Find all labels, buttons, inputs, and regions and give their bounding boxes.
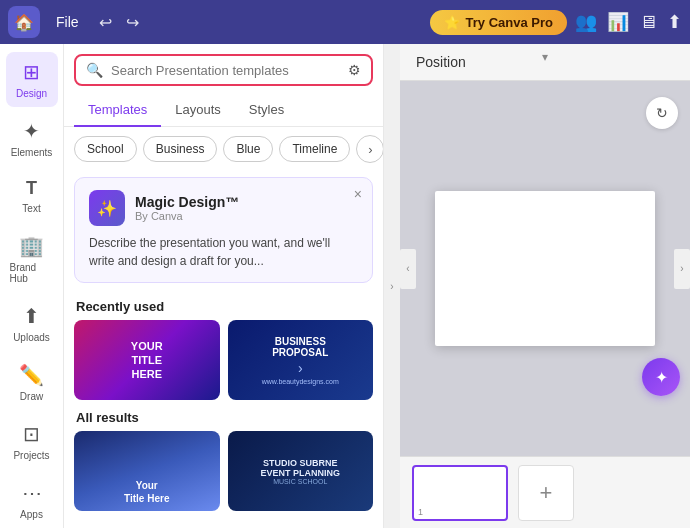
chip-business[interactable]: Business	[143, 136, 218, 162]
content-area: Position ‹ › ↻ ✦ ▾ 1 +	[400, 44, 690, 528]
canvas-nav-left[interactable]: ‹	[400, 249, 416, 289]
template-all-2[interactable]: STUDIO SUBRNEEVENT PLANNING MUSIC SCHOOL	[228, 431, 374, 511]
panel-collapse-arrow[interactable]: ›	[384, 44, 400, 528]
brand-icon: 🏢	[19, 234, 44, 258]
elements-icon: ✦	[23, 119, 40, 143]
tab-templates[interactable]: Templates	[74, 94, 161, 127]
monitor-icon[interactable]: 🖥	[639, 12, 657, 33]
uploads-icon: ⬆	[23, 304, 40, 328]
tab-layouts[interactable]: Layouts	[161, 94, 235, 127]
magic-card-by: By Canva	[135, 210, 239, 222]
apps-icon: ⋯	[22, 481, 42, 505]
chip-school[interactable]: School	[74, 136, 137, 162]
sidebar-item-elements[interactable]: ✦ Elements	[6, 111, 58, 166]
topbar-right-icons: 👥 📊 🖥 ⬆	[575, 11, 682, 33]
template-your-title-here[interactable]: YOURtITLeHERE	[74, 320, 220, 400]
sidebar-left: ⊞ Design ✦ Elements T Text 🏢 Brand Hub ⬆…	[0, 44, 64, 528]
canvas-nav-right[interactable]: ›	[674, 249, 690, 289]
sidebar-item-design[interactable]: ⊞ Design	[6, 52, 58, 107]
filmstrip-down-arrow[interactable]: ▾	[542, 50, 548, 64]
sidebar-item-draw[interactable]: ✏️ Draw	[6, 355, 58, 410]
canvas-slide[interactable]	[435, 191, 655, 346]
share-icon[interactable]: ⬆	[667, 11, 682, 33]
sidebar-item-uploads[interactable]: ⬆ Uploads	[6, 296, 58, 351]
sidebar-item-brand[interactable]: 🏢 Brand Hub	[6, 226, 58, 292]
sidebar-label-projects: Projects	[13, 450, 49, 461]
panel-scroll: Recently used YOURtITLeHERE BUSINESSPROP…	[64, 289, 383, 528]
template-business-proposal[interactable]: BUSINESSPROPOSAL › www.beautydesigns.com	[228, 320, 374, 400]
redo-button[interactable]: ↪	[122, 9, 143, 36]
all-results-heading: All results	[64, 400, 383, 431]
magic-card-titles: Magic Design™ By Canva	[135, 194, 239, 222]
chip-blue[interactable]: Blue	[223, 136, 273, 162]
sidebar-item-apps[interactable]: ⋯ Apps	[6, 473, 58, 528]
all-results-grid: YourTitle Here STUDIO SUBRNEEVENT PLANNI…	[64, 431, 383, 511]
refresh-button[interactable]: ↻	[646, 97, 678, 129]
magic-card-header: ✨ Magic Design™ By Canva	[89, 190, 358, 226]
sidebar-item-projects[interactable]: ⊡ Projects	[6, 414, 58, 469]
undo-redo-actions: ↩ ↪	[95, 9, 143, 36]
sidebar-label-elements: Elements	[11, 147, 53, 158]
magic-action-button[interactable]: ✦	[642, 358, 680, 396]
topbar: 🏠 File ↩ ↪ ⭐ Try Canva Pro 👥 📊 🖥 ⬆	[0, 0, 690, 44]
draw-icon: ✏️	[19, 363, 44, 387]
star-icon: ⭐	[444, 15, 460, 30]
try-pro-label: Try Canva Pro	[466, 15, 553, 30]
sidebar-label-design: Design	[16, 88, 47, 99]
panel-tabs: Templates Layouts Styles	[64, 94, 383, 127]
recently-used-grid: YOURtITLeHERE BUSINESSPROPOSAL › www.bea…	[64, 320, 383, 400]
magic-card-title: Magic Design™	[135, 194, 239, 210]
thumb-2-arrow: ›	[298, 360, 303, 376]
position-label: Position	[416, 54, 466, 70]
sidebar-label-text: Text	[22, 203, 40, 214]
chart-icon[interactable]: 📊	[607, 11, 629, 33]
thumb-2-sub-text: www.beautydesigns.com	[262, 378, 339, 385]
canvas-area: ‹ › ↻ ✦	[400, 81, 690, 456]
chip-timeline[interactable]: Timeline	[279, 136, 350, 162]
sidebar-label-apps: Apps	[20, 509, 43, 520]
projects-icon: ⊡	[23, 422, 40, 446]
sidebar-label-draw: Draw	[20, 391, 43, 402]
thumb-1-text: YOURtITLeHERE	[127, 335, 167, 386]
search-bar[interactable]: 🔍 ⚙	[74, 54, 373, 86]
undo-button[interactable]: ↩	[95, 9, 116, 36]
thumb-3-text: YourTitle Here	[124, 479, 169, 505]
thumb-4-title: STUDIO SUBRNEEVENT PLANNING	[260, 458, 340, 478]
template-all-1[interactable]: YourTitle Here	[74, 431, 220, 511]
people-icon[interactable]: 👥	[575, 11, 597, 33]
text-icon: T	[26, 178, 37, 199]
magic-card-close-button[interactable]: ×	[354, 186, 362, 202]
thumb-2-main-text: BUSINESSPROPOSAL	[272, 336, 328, 358]
sidebar-item-text[interactable]: T Text	[6, 170, 58, 222]
filmstrip-page-1[interactable]: 1	[412, 465, 508, 521]
page-number: 1	[418, 507, 423, 517]
thumb-4-sub: MUSIC SCHOOL	[273, 478, 327, 485]
recently-used-heading: Recently used	[64, 289, 383, 320]
templates-panel: 🔍 ⚙ Templates Layouts Styles School Busi…	[64, 44, 384, 528]
main-area: ⊞ Design ✦ Elements T Text 🏢 Brand Hub ⬆…	[0, 44, 690, 528]
home-button[interactable]: 🏠	[8, 6, 40, 38]
tab-styles[interactable]: Styles	[235, 94, 298, 127]
filter-icon[interactable]: ⚙	[348, 62, 361, 78]
magic-card-description: Describe the presentation you want, and …	[89, 234, 358, 270]
add-page-button[interactable]: +	[518, 465, 574, 521]
magic-design-card: × ✨ Magic Design™ By Canva Describe the …	[74, 177, 373, 283]
filmstrip: ▾ 1 +	[400, 456, 690, 528]
try-pro-button[interactable]: ⭐ Try Canva Pro	[430, 10, 567, 35]
sidebar-label-brand: Brand Hub	[10, 262, 54, 284]
search-input[interactable]	[111, 63, 340, 78]
chips-row: School Business Blue Timeline ›	[64, 127, 383, 171]
sidebar-label-uploads: Uploads	[13, 332, 50, 343]
chips-more-arrow[interactable]: ›	[356, 135, 383, 163]
design-icon: ⊞	[23, 60, 40, 84]
search-icon: 🔍	[86, 62, 103, 78]
magic-card-icon: ✨	[89, 190, 125, 226]
file-menu[interactable]: File	[48, 10, 87, 34]
